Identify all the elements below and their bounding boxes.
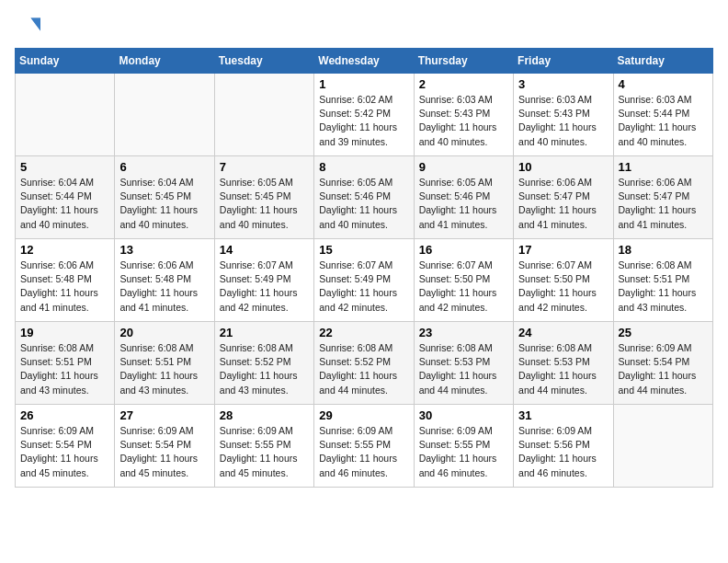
calendar-cell: 17Sunrise: 6:07 AMSunset: 5:50 PMDayligh…	[514, 239, 613, 322]
day-number: 8	[319, 160, 408, 174]
day-number: 2	[419, 77, 508, 91]
calendar-cell: 26Sunrise: 6:09 AMSunset: 5:54 PMDayligh…	[16, 405, 115, 488]
calendar-week-5: 26Sunrise: 6:09 AMSunset: 5:54 PMDayligh…	[16, 405, 713, 488]
day-number: 1	[319, 77, 408, 91]
day-number: 20	[119, 326, 209, 339]
day-number: 6	[119, 160, 209, 174]
cell-info: Sunrise: 6:06 AMSunset: 5:48 PMDaylight:…	[20, 259, 109, 315]
logo-icon	[15, 15, 40, 40]
day-number: 4	[619, 77, 708, 91]
day-number: 18	[619, 243, 708, 257]
day-number: 24	[518, 326, 608, 339]
cell-info: Sunrise: 6:02 AMSunset: 5:42 PMDaylight:…	[319, 93, 408, 149]
cell-info: Sunrise: 6:04 AMSunset: 5:45 PMDaylight:…	[119, 176, 209, 232]
day-number: 17	[518, 243, 608, 257]
calendar-cell: 11Sunrise: 6:06 AMSunset: 5:47 PMDayligh…	[613, 156, 712, 239]
calendar-week-2: 5Sunrise: 6:04 AMSunset: 5:44 PMDaylight…	[16, 156, 713, 239]
calendar-cell: 25Sunrise: 6:09 AMSunset: 5:54 PMDayligh…	[613, 322, 712, 405]
cell-info: Sunrise: 6:06 AMSunset: 5:48 PMDaylight:…	[119, 259, 209, 315]
calendar-week-4: 19Sunrise: 6:08 AMSunset: 5:51 PMDayligh…	[16, 322, 713, 405]
day-number: 10	[518, 160, 608, 174]
cell-info: Sunrise: 6:05 AMSunset: 5:46 PMDaylight:…	[419, 176, 508, 232]
day-number: 13	[119, 243, 209, 257]
calendar-table: SundayMondayTuesdayWednesdayThursdayFrid…	[15, 48, 713, 488]
day-number: 16	[419, 243, 508, 257]
cell-info: Sunrise: 6:03 AMSunset: 5:43 PMDaylight:…	[518, 93, 608, 149]
calendar-cell: 9Sunrise: 6:05 AMSunset: 5:46 PMDaylight…	[414, 156, 513, 239]
day-number: 31	[518, 408, 608, 422]
calendar-cell: 15Sunrise: 6:07 AMSunset: 5:49 PMDayligh…	[314, 239, 414, 322]
calendar-cell: 30Sunrise: 6:09 AMSunset: 5:55 PMDayligh…	[414, 405, 513, 488]
day-number: 28	[220, 408, 309, 422]
day-number: 27	[119, 408, 209, 422]
calendar-cell: 1Sunrise: 6:02 AMSunset: 5:42 PMDaylight…	[314, 74, 414, 156]
header-saturday: Saturday	[613, 49, 712, 74]
logo	[15, 15, 44, 40]
calendar-cell: 16Sunrise: 6:07 AMSunset: 5:50 PMDayligh…	[414, 239, 513, 322]
header-tuesday: Tuesday	[214, 49, 313, 74]
calendar-cell: 20Sunrise: 6:08 AMSunset: 5:51 PMDayligh…	[115, 322, 214, 405]
calendar-cell: 7Sunrise: 6:05 AMSunset: 5:45 PMDaylight…	[214, 156, 313, 239]
cell-info: Sunrise: 6:03 AMSunset: 5:43 PMDaylight:…	[419, 93, 508, 149]
calendar-cell: 4Sunrise: 6:03 AMSunset: 5:44 PMDaylight…	[613, 74, 712, 156]
cell-info: Sunrise: 6:09 AMSunset: 5:55 PMDaylight:…	[419, 424, 508, 480]
cell-info: Sunrise: 6:08 AMSunset: 5:52 PMDaylight:…	[319, 341, 408, 397]
calendar-cell: 18Sunrise: 6:08 AMSunset: 5:51 PMDayligh…	[613, 239, 712, 322]
svg-marker-1	[31, 18, 41, 31]
cell-info: Sunrise: 6:05 AMSunset: 5:45 PMDaylight:…	[220, 176, 309, 232]
cell-info: Sunrise: 6:08 AMSunset: 5:51 PMDaylight:…	[20, 341, 109, 397]
day-number: 25	[619, 326, 708, 339]
calendar-cell: 21Sunrise: 6:08 AMSunset: 5:52 PMDayligh…	[214, 322, 313, 405]
calendar-cell	[16, 74, 115, 156]
header-friday: Friday	[514, 49, 613, 74]
cell-info: Sunrise: 6:08 AMSunset: 5:53 PMDaylight:…	[518, 341, 608, 397]
day-number: 7	[220, 160, 309, 174]
cell-info: Sunrise: 6:07 AMSunset: 5:49 PMDaylight:…	[319, 259, 408, 315]
day-number: 21	[220, 326, 309, 339]
cell-info: Sunrise: 6:08 AMSunset: 5:51 PMDaylight:…	[619, 259, 708, 315]
cell-info: Sunrise: 6:08 AMSunset: 5:51 PMDaylight:…	[119, 341, 209, 397]
cell-info: Sunrise: 6:07 AMSunset: 5:50 PMDaylight:…	[518, 259, 608, 315]
calendar-week-1: 1Sunrise: 6:02 AMSunset: 5:42 PMDaylight…	[16, 74, 713, 156]
calendar-cell: 28Sunrise: 6:09 AMSunset: 5:55 PMDayligh…	[214, 405, 313, 488]
page-header	[15, 15, 713, 40]
cell-info: Sunrise: 6:09 AMSunset: 5:54 PMDaylight:…	[119, 424, 209, 480]
calendar-cell: 14Sunrise: 6:07 AMSunset: 5:49 PMDayligh…	[214, 239, 313, 322]
day-number: 23	[419, 326, 508, 339]
calendar-cell: 8Sunrise: 6:05 AMSunset: 5:46 PMDaylight…	[314, 156, 414, 239]
day-number: 12	[20, 243, 109, 257]
day-number: 30	[419, 408, 508, 422]
calendar-cell: 19Sunrise: 6:08 AMSunset: 5:51 PMDayligh…	[16, 322, 115, 405]
header-wednesday: Wednesday	[314, 49, 414, 74]
calendar-cell: 2Sunrise: 6:03 AMSunset: 5:43 PMDaylight…	[414, 74, 513, 156]
day-number: 11	[619, 160, 708, 174]
day-number: 14	[220, 243, 309, 257]
calendar-cell: 10Sunrise: 6:06 AMSunset: 5:47 PMDayligh…	[514, 156, 613, 239]
header-sunday: Sunday	[16, 49, 115, 74]
calendar-cell: 22Sunrise: 6:08 AMSunset: 5:52 PMDayligh…	[314, 322, 414, 405]
cell-info: Sunrise: 6:09 AMSunset: 5:55 PMDaylight:…	[220, 424, 309, 480]
calendar-cell: 6Sunrise: 6:04 AMSunset: 5:45 PMDaylight…	[115, 156, 214, 239]
day-number: 29	[319, 408, 408, 422]
cell-info: Sunrise: 6:06 AMSunset: 5:47 PMDaylight:…	[518, 176, 608, 232]
cell-info: Sunrise: 6:05 AMSunset: 5:46 PMDaylight:…	[319, 176, 408, 232]
header-monday: Monday	[115, 49, 214, 74]
calendar-cell: 31Sunrise: 6:09 AMSunset: 5:56 PMDayligh…	[514, 405, 613, 488]
calendar-cell: 29Sunrise: 6:09 AMSunset: 5:55 PMDayligh…	[314, 405, 414, 488]
cell-info: Sunrise: 6:09 AMSunset: 5:56 PMDaylight:…	[518, 424, 608, 480]
day-number: 15	[319, 243, 408, 257]
cell-info: Sunrise: 6:04 AMSunset: 5:44 PMDaylight:…	[20, 176, 109, 232]
cell-info: Sunrise: 6:06 AMSunset: 5:47 PMDaylight:…	[619, 176, 708, 232]
calendar-cell	[115, 74, 214, 156]
cell-info: Sunrise: 6:08 AMSunset: 5:52 PMDaylight:…	[220, 341, 309, 397]
calendar-cell: 27Sunrise: 6:09 AMSunset: 5:54 PMDayligh…	[115, 405, 214, 488]
calendar-cell: 24Sunrise: 6:08 AMSunset: 5:53 PMDayligh…	[514, 322, 613, 405]
calendar-cell: 3Sunrise: 6:03 AMSunset: 5:43 PMDaylight…	[514, 74, 613, 156]
cell-info: Sunrise: 6:08 AMSunset: 5:53 PMDaylight:…	[419, 341, 508, 397]
cell-info: Sunrise: 6:07 AMSunset: 5:50 PMDaylight:…	[419, 259, 508, 315]
calendar-cell: 13Sunrise: 6:06 AMSunset: 5:48 PMDayligh…	[115, 239, 214, 322]
day-number: 9	[419, 160, 508, 174]
calendar-cell	[214, 74, 313, 156]
cell-info: Sunrise: 6:03 AMSunset: 5:44 PMDaylight:…	[619, 93, 708, 149]
cell-info: Sunrise: 6:09 AMSunset: 5:54 PMDaylight:…	[619, 341, 708, 397]
